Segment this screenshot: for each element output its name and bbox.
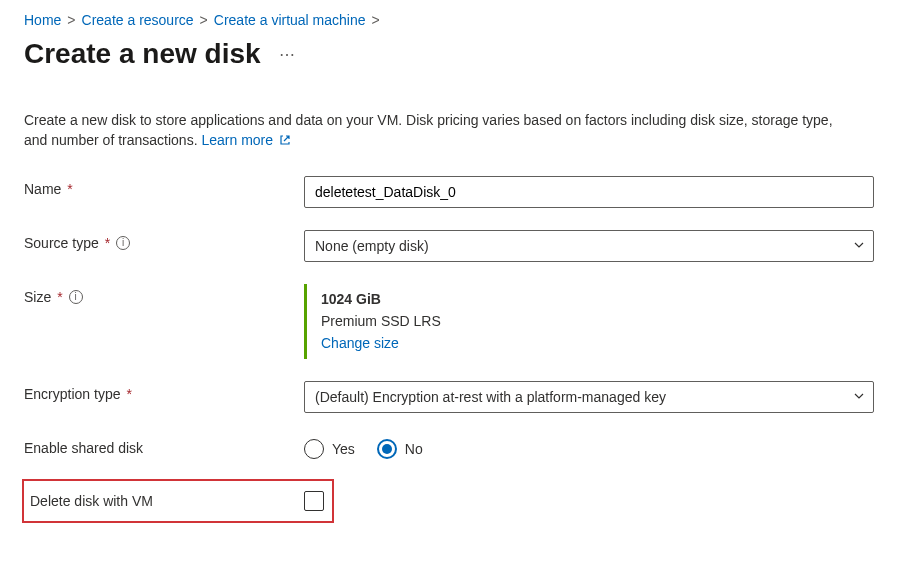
radio-icon-selected [377, 439, 397, 459]
size-row: Size * i 1024 GiB Premium SSD LRS Change… [24, 284, 900, 359]
chevron-right-icon: > [372, 12, 380, 28]
size-value: 1024 GiB [321, 288, 874, 310]
page-title: Create a new disk [24, 38, 261, 70]
breadcrumb: Home > Create a resource > Create a virt… [24, 12, 900, 28]
shared-disk-radio-group: Yes No [304, 435, 874, 459]
encryption-type-label: Encryption type * [24, 381, 304, 402]
delete-disk-with-vm-checkbox[interactable] [304, 491, 324, 511]
chevron-right-icon: > [200, 12, 208, 28]
source-type-label: Source type * i [24, 230, 304, 251]
chevron-right-icon: > [67, 12, 75, 28]
info-icon[interactable]: i [116, 236, 130, 250]
name-row: Name * [24, 176, 900, 208]
required-star-icon: * [67, 181, 72, 197]
description-text: Create a new disk to store applications … [24, 112, 833, 148]
encryption-type-value: (Default) Encryption at-rest with a plat… [315, 389, 666, 405]
source-type-select[interactable]: None (empty disk) [304, 230, 874, 262]
chevron-down-icon [853, 238, 865, 254]
source-type-value: None (empty disk) [315, 238, 429, 254]
shared-disk-label: Enable shared disk [24, 435, 304, 456]
info-icon[interactable]: i [69, 290, 83, 304]
shared-disk-no-radio[interactable]: No [377, 439, 423, 459]
encryption-type-select[interactable]: (Default) Encryption at-rest with a plat… [304, 381, 874, 413]
required-star-icon: * [105, 235, 110, 251]
breadcrumb-home[interactable]: Home [24, 12, 61, 28]
delete-disk-with-vm-row: Delete disk with VM [22, 479, 334, 523]
name-label: Name * [24, 176, 304, 197]
required-star-icon: * [57, 289, 62, 305]
breadcrumb-create-resource[interactable]: Create a resource [82, 12, 194, 28]
size-block: 1024 GiB Premium SSD LRS Change size [304, 284, 874, 359]
page-description: Create a new disk to store applications … [24, 110, 854, 152]
page-title-row: Create a new disk ⋯ [24, 38, 900, 70]
external-link-icon [279, 131, 291, 151]
shared-disk-row: Enable shared disk Yes No [24, 435, 900, 459]
required-star-icon: * [127, 386, 132, 402]
radio-label-yes: Yes [332, 441, 355, 457]
learn-more-link[interactable]: Learn more [201, 132, 290, 148]
chevron-down-icon [853, 389, 865, 405]
change-size-link[interactable]: Change size [321, 335, 399, 351]
source-type-row: Source type * i None (empty disk) [24, 230, 900, 262]
shared-disk-yes-radio[interactable]: Yes [304, 439, 355, 459]
radio-label-no: No [405, 441, 423, 457]
delete-disk-with-vm-label: Delete disk with VM [24, 493, 304, 509]
breadcrumb-create-vm[interactable]: Create a virtual machine [214, 12, 366, 28]
radio-icon [304, 439, 324, 459]
name-input[interactable] [304, 176, 874, 208]
encryption-type-row: Encryption type * (Default) Encryption a… [24, 381, 900, 413]
size-label: Size * i [24, 284, 304, 305]
more-actions-icon[interactable]: ⋯ [279, 45, 297, 64]
size-tier: Premium SSD LRS [321, 310, 874, 332]
